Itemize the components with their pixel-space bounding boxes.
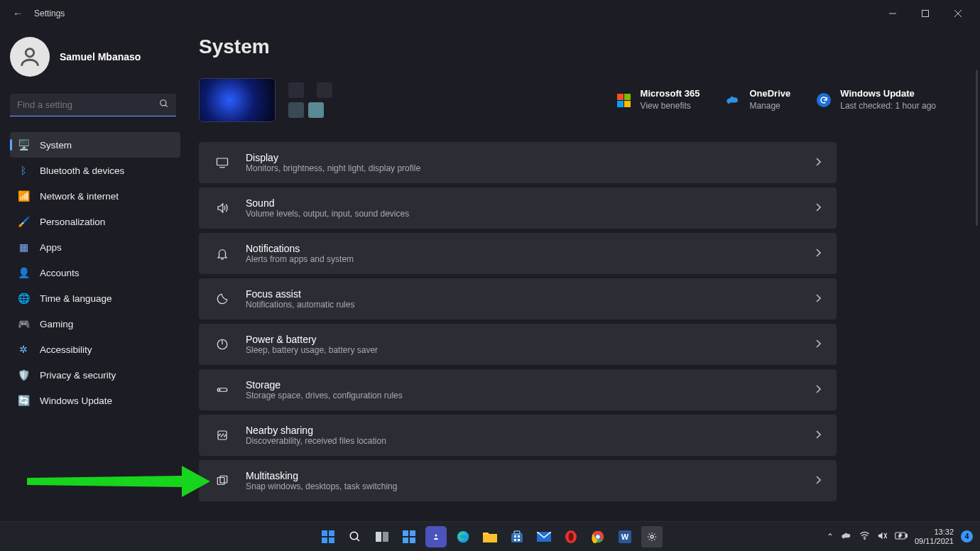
card-sound[interactable]: Sound Volume levels, output, input, soun… bbox=[199, 187, 837, 229]
svg-point-46 bbox=[650, 535, 653, 538]
status-microsoft365[interactable]: Microsoft 365 View benefits bbox=[616, 88, 700, 112]
tray-wifi-icon[interactable] bbox=[859, 531, 870, 542]
apps-icon: ▦ bbox=[17, 241, 30, 253]
nav-label: Apps bbox=[40, 242, 62, 253]
back-icon[interactable]: ← bbox=[13, 8, 23, 19]
card-focus[interactable]: Focus assist Notifications, automatic ru… bbox=[199, 278, 837, 320]
nav-item-accounts[interactable]: 👤 Accounts bbox=[10, 260, 180, 285]
card-multitasking[interactable]: Multitasking Snap windows, desktops, tas… bbox=[199, 460, 837, 501]
status-title: OneDrive bbox=[749, 88, 790, 99]
tray-onedrive-icon[interactable] bbox=[841, 532, 852, 542]
theme-swatches bbox=[288, 102, 332, 118]
taskbar-search-icon[interactable] bbox=[344, 526, 366, 547]
accessibility-icon: ✲ bbox=[17, 344, 30, 355]
nav-item-gaming[interactable]: 🎮 Gaming bbox=[10, 311, 180, 337]
status-windows-update[interactable]: Windows Update Last checked: 1 hour ago bbox=[816, 88, 936, 112]
card-title: Focus assist bbox=[246, 288, 800, 300]
card-subtitle: Snap windows, desktops, task switching bbox=[246, 481, 800, 491]
card-subtitle: Alerts from apps and system bbox=[246, 254, 800, 264]
search-box[interactable] bbox=[10, 94, 176, 116]
status-sub: Manage bbox=[749, 101, 780, 111]
update-icon: 🔄 bbox=[17, 395, 30, 406]
start-button[interactable] bbox=[317, 526, 339, 547]
search-input[interactable] bbox=[17, 99, 159, 110]
nav-item-accessibility[interactable]: ✲ Accessibility bbox=[10, 337, 180, 362]
chevron-right-icon bbox=[815, 293, 821, 305]
tray-volume-icon[interactable] bbox=[877, 531, 888, 542]
settings-taskbar-icon[interactable] bbox=[641, 526, 663, 547]
explorer-icon[interactable] bbox=[479, 526, 501, 547]
teams-icon[interactable] bbox=[425, 526, 447, 547]
nav-item-network[interactable]: 📶 Network & internet bbox=[10, 183, 180, 209]
chevron-right-icon bbox=[815, 383, 821, 396]
card-nearby[interactable]: Nearby sharing Discoverability, received… bbox=[199, 415, 837, 456]
sidebar: Samuel Mbanaso 🖥️ Systemᛒ Bluetooth & de… bbox=[0, 27, 187, 521]
svg-rect-25 bbox=[403, 530, 408, 536]
notifications-icon bbox=[214, 247, 230, 260]
device-thumbnail[interactable] bbox=[199, 78, 276, 122]
svg-point-4 bbox=[26, 49, 33, 57]
gaming-icon: 🎮 bbox=[17, 318, 30, 329]
nav-label: Accounts bbox=[40, 268, 80, 278]
nav-label: Time & language bbox=[40, 293, 112, 304]
tray-chevron-icon[interactable]: ⌃ bbox=[827, 532, 834, 542]
taskview-icon[interactable] bbox=[371, 526, 393, 547]
edge-icon[interactable] bbox=[452, 526, 474, 547]
card-power[interactable]: Power & battery Sleep, battery usage, ba… bbox=[199, 324, 837, 365]
nav-item-apps[interactable]: ▦ Apps bbox=[10, 234, 180, 260]
chrome-icon[interactable] bbox=[587, 526, 609, 547]
opera-icon[interactable] bbox=[560, 526, 582, 547]
svg-rect-19 bbox=[322, 538, 327, 543]
tray-date: 09/11/2021 bbox=[915, 537, 954, 545]
onedrive-icon bbox=[725, 92, 741, 108]
chevron-right-icon bbox=[815, 338, 821, 351]
card-title: Power & battery bbox=[246, 334, 800, 345]
notification-badge[interactable]: 4 bbox=[961, 530, 973, 542]
swatch bbox=[317, 82, 332, 98]
svg-rect-27 bbox=[403, 538, 408, 543]
search-icon bbox=[159, 99, 169, 111]
user-block[interactable]: Samuel Mbanaso bbox=[10, 37, 180, 77]
svg-rect-32 bbox=[511, 533, 523, 542]
mail-icon[interactable] bbox=[533, 526, 555, 547]
system-tray[interactable]: ⌃ 13:32 09/11/2021 4 bbox=[827, 528, 973, 545]
svg-text:W: W bbox=[621, 533, 629, 541]
nav: 🖥️ Systemᛒ Bluetooth & devices📶 Network … bbox=[10, 132, 180, 413]
card-title: Multitasking bbox=[246, 470, 800, 481]
tray-battery-icon[interactable] bbox=[895, 532, 908, 542]
maximize-button[interactable] bbox=[909, 3, 942, 24]
nav-item-privacy[interactable]: 🛡️ Privacy & security bbox=[10, 362, 180, 388]
content: System Microsoft 3 bbox=[187, 27, 980, 521]
svg-rect-26 bbox=[410, 530, 415, 536]
card-title: Notifications bbox=[246, 243, 800, 254]
scrollbar[interactable] bbox=[976, 70, 978, 226]
personalization-icon: 🖌️ bbox=[17, 216, 30, 227]
system-icon: 🖥️ bbox=[17, 139, 30, 151]
nav-item-bluetooth[interactable]: ᛒ Bluetooth & devices bbox=[10, 158, 180, 183]
status-row: Microsoft 365 View benefits OneDrive Man… bbox=[199, 78, 964, 122]
card-display[interactable]: Display Monitors, brightness, night ligh… bbox=[199, 142, 837, 183]
svg-point-21 bbox=[350, 532, 358, 540]
card-title: Storage bbox=[246, 379, 800, 391]
microsoft-icon bbox=[616, 92, 632, 108]
svg-rect-51 bbox=[906, 534, 908, 538]
card-subtitle: Discoverability, received files location bbox=[246, 436, 800, 446]
minimize-button[interactable] bbox=[876, 3, 909, 24]
word-icon[interactable]: W bbox=[614, 526, 636, 547]
tray-clock[interactable]: 13:32 09/11/2021 bbox=[915, 528, 954, 545]
status-onedrive[interactable]: OneDrive Manage bbox=[725, 88, 790, 112]
widgets-icon[interactable] bbox=[398, 526, 420, 547]
nav-item-update[interactable]: 🔄 Windows Update bbox=[10, 388, 180, 413]
page-title: System bbox=[199, 36, 964, 58]
card-subtitle: Monitors, brightness, night light, displ… bbox=[246, 163, 800, 173]
store-icon[interactable] bbox=[506, 526, 528, 547]
card-storage[interactable]: Storage Storage space, drives, configura… bbox=[199, 369, 837, 410]
card-subtitle: Storage space, drives, configuration rul… bbox=[246, 391, 800, 400]
privacy-icon: 🛡️ bbox=[17, 369, 30, 381]
nav-item-system[interactable]: 🖥️ System bbox=[10, 132, 180, 158]
nav-item-personalization[interactable]: 🖌️ Personalization bbox=[10, 209, 180, 234]
display-icon bbox=[214, 156, 230, 169]
nav-item-time[interactable]: 🌐 Time & language bbox=[10, 285, 180, 311]
card-notifications[interactable]: Notifications Alerts from apps and syste… bbox=[199, 233, 837, 274]
close-button[interactable] bbox=[942, 3, 974, 24]
